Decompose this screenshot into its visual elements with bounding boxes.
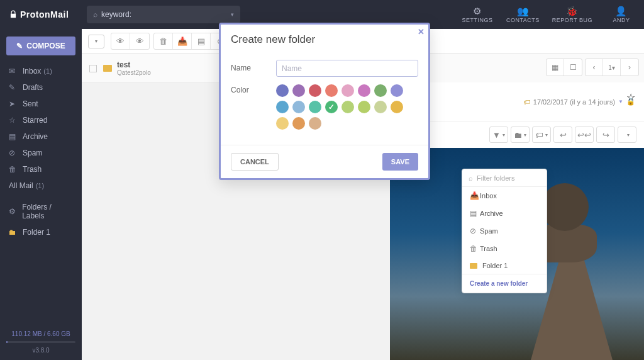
color-swatches: ✓ [276,82,418,130]
version-text: v3.8.0 [6,347,75,354]
color-swatch[interactable] [309,101,321,113]
unread-button[interactable]: 👁⁄ [130,33,149,49]
color-swatch[interactable] [309,84,321,97]
reply-button[interactable]: ↩ [553,127,572,143]
archive-icon: ▤ [470,209,480,218]
star-icon[interactable]: ☆ [626,91,635,103]
sidebar-item-drafts[interactable]: ✎Drafts [0,79,82,96]
color-swatch[interactable] [292,101,305,113]
toptool-label: REPORT BUG [552,17,592,23]
brand-text: ProtonMail [20,9,69,20]
preview-date: 🏷 17/02/2017 (il y a 14 jours) ▼ 🔒 [523,98,635,106]
search-input-wrap[interactable]: ⌕ ▾ [87,6,240,23]
color-swatch[interactable] [358,84,370,97]
sidebar-item-sent[interactable]: ➤Sent [0,96,82,112]
color-swatch[interactable] [341,84,354,97]
color-swatch[interactable] [391,84,403,97]
prev-page-button[interactable]: ‹ [586,59,603,76]
forward-button[interactable]: ↪ [596,127,615,143]
sidebar-folders-header[interactable]: ⚙Folders / Labels [0,199,82,224]
color-swatch[interactable] [341,101,354,113]
read-button[interactable]: 👁 [111,33,130,49]
dropdown-filter[interactable]: ⌕ Filter folders [462,169,547,187]
toptool-reportbug[interactable]: 🐞 REPORT BUG [546,0,599,29]
bug-icon: 🐞 [566,6,579,16]
sidebar: ✎ COMPOSE ✉Inbox(1) ✎Drafts ➤Sent ☆Starr… [0,29,82,360]
folder-icon: 🖿 [9,228,19,237]
color-swatch[interactable] [292,117,305,130]
contacts-icon: 👥 [517,6,530,16]
dropdown-item-inbox[interactable]: 📥Inbox [462,187,547,205]
modal-title: Create new folder [231,33,315,45]
sidebar-item-archive[interactable]: ▤Archive [0,128,82,145]
trash-button[interactable]: 🗑 [154,33,173,49]
tag-icon: 🏷 [523,98,530,106]
sidebar-item-trash[interactable]: 🗑Trash [0,161,82,177]
chevron-down-icon[interactable]: ▾ [231,11,234,18]
next-page-button[interactable]: › [621,59,638,76]
spam-icon: ⊘ [470,227,480,235]
dropdown-item-spam[interactable]: ⊘Spam [462,222,547,240]
layout-button-1[interactable]: ▦ [547,59,564,76]
more-button[interactable]: ▾ [618,127,636,143]
sidebar-folder-item[interactable]: 🖿Folder 1 [0,224,82,240]
sidebar-nav: ✉Inbox(1) ✎Drafts ➤Sent ☆Starred ▤Archiv… [0,63,82,177]
sidebar-item-inbox[interactable]: ✉Inbox(1) [0,63,82,79]
spam-icon: ⊘ [9,149,19,157]
sidebar-item-spam[interactable]: ⊘Spam [0,145,82,161]
folder-name-input[interactable] [276,60,418,77]
color-swatch[interactable] [309,117,321,130]
message-checkbox[interactable] [89,65,97,72]
star-icon: ☆ [9,116,19,125]
filter-button[interactable]: ▼▾ [489,127,508,143]
reply-all-button[interactable]: ↩↩ [575,127,594,143]
dropdown-item-folder1[interactable]: Folder 1 [462,257,547,274]
color-swatch[interactable] [325,84,338,97]
select-all-checkbox[interactable]: ▾ [88,35,104,48]
save-button[interactable]: SAVE [382,153,418,171]
color-swatch[interactable]: ✓ [325,101,338,113]
inbox-button[interactable]: 📥 [173,33,192,49]
sidebar-item-starred[interactable]: ☆Starred [0,112,82,128]
color-swatch[interactable] [358,101,370,113]
sidebar-item-allmail[interactable]: All Mail(1) [0,177,82,194]
dropdown-item-trash[interactable]: 🗑Trash [462,240,547,257]
page-number[interactable]: 1▾ [603,59,621,76]
close-icon[interactable]: ✕ [418,27,425,37]
search-input[interactable] [101,10,231,19]
name-label: Name [231,60,276,72]
color-swatch[interactable] [391,101,403,113]
toptool-contacts[interactable]: 👥 CONTACTS [500,0,546,29]
dropdown-list: 📥Inbox ▤Archive ⊘Spam 🗑Trash Folder 1 [462,187,547,274]
toolbar-group-view: 👁 👁⁄ [111,33,150,50]
label-button[interactable]: 🏷▾ [532,127,551,143]
color-swatch[interactable] [276,117,289,130]
move-button[interactable]: 🖿▾ [511,127,530,143]
gear-icon: ⚙ [9,207,18,216]
color-swatch[interactable] [374,84,387,97]
color-swatch[interactable] [276,101,289,113]
archive-icon: ▤ [9,132,19,141]
archive-button[interactable]: ▤ [192,33,211,49]
create-folder-modal: Create new folder ✕ Name Color ✓ CANCEL … [219,23,430,180]
folder-icon [470,263,477,269]
gear-icon: ⚙ [473,6,482,16]
inbox-icon: ✉ [9,67,19,76]
color-swatch[interactable] [374,101,387,113]
sent-icon: ➤ [9,99,19,108]
folder-icon [103,65,112,72]
modal-header: Create new folder ✕ [221,25,428,50]
dropdown-create-link[interactable]: Create a new folder [462,274,547,293]
toptool-settings[interactable]: ⚙ SETTINGS [455,0,500,29]
layout-button-2[interactable]: ☐ [564,59,582,76]
cancel-button[interactable]: CANCEL [231,153,279,171]
search-icon: ⌕ [469,174,473,182]
color-swatch[interactable] [292,84,305,97]
dropdown-item-archive[interactable]: ▤Archive [462,205,547,222]
color-label: Color [231,82,276,94]
toptool-user[interactable]: 👤 ANDY [599,0,644,29]
color-swatch[interactable] [276,84,289,97]
trash-icon: 🗑 [470,244,480,253]
compose-button[interactable]: ✎ COMPOSE [6,37,75,55]
compose-label: COMPOSE [26,42,65,50]
